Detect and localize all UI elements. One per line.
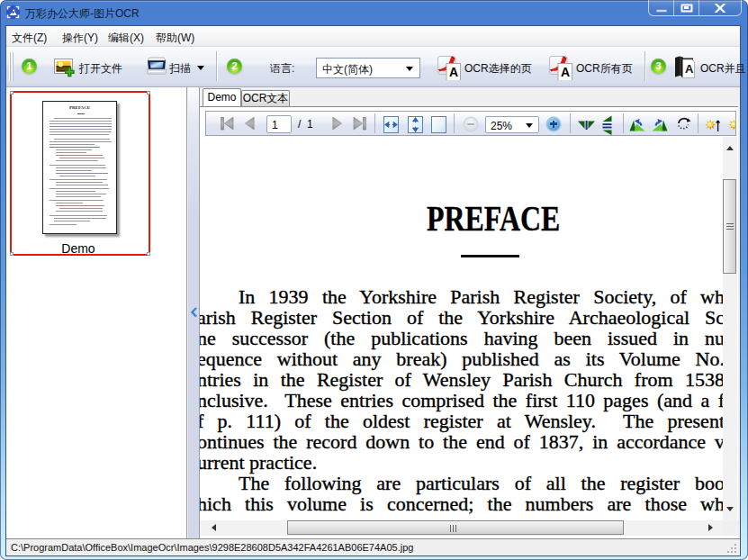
svg-text:A: A: [685, 62, 694, 76]
